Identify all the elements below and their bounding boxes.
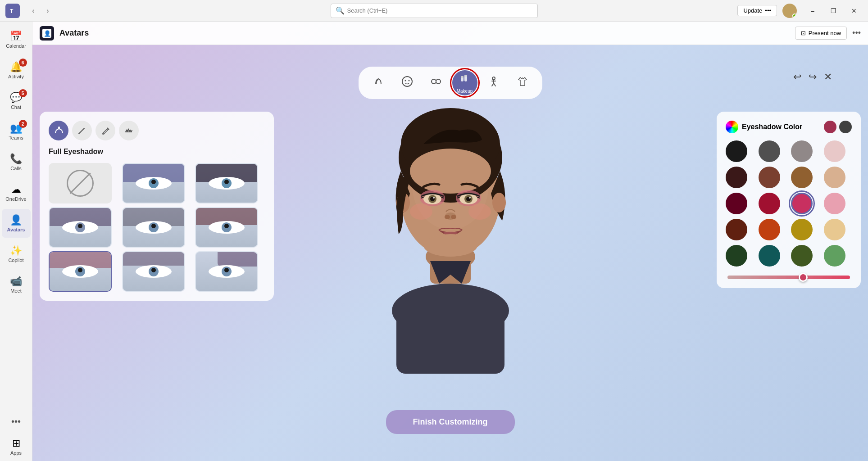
sidebar-item-apps[interactable]: ⊞ Apps	[2, 432, 31, 461]
sidebar-item-teams[interactable]: 👥 2 Teams	[2, 117, 31, 146]
minimize-button[interactable]: –	[802, 4, 823, 18]
color-swatch-dark-red[interactable]	[726, 193, 747, 214]
svg-point-29	[428, 195, 436, 203]
redo-button[interactable]: ↪	[809, 71, 817, 83]
toolbar-item-pose[interactable]	[481, 70, 506, 95]
color-swatch-medium-brown[interactable]	[791, 167, 813, 188]
color-swatch-teal[interactable]	[759, 245, 780, 267]
sidebar-item-meet[interactable]: 📹 Meet	[2, 270, 31, 299]
color-swatch-dark-gray[interactable]	[759, 140, 780, 162]
style-item-1[interactable]	[122, 163, 185, 203]
app-title: Avatars	[59, 28, 89, 38]
undo-button[interactable]: ↩	[793, 71, 801, 83]
color-swatch-light-rose[interactable]	[824, 193, 845, 214]
color-grid	[726, 140, 852, 267]
close-editor-button[interactable]: ✕	[824, 71, 832, 83]
color-swatch-olive[interactable]	[791, 245, 813, 267]
eye-thumb-6	[50, 252, 111, 291]
header-right: ⊡ Present now •••	[795, 27, 861, 40]
tab-liner[interactable]	[72, 121, 92, 140]
toolbar-item-hair[interactable]	[366, 70, 391, 95]
toolbar-item-accessories[interactable]	[423, 70, 449, 95]
search-input[interactable]	[347, 7, 533, 14]
finish-label: Finish Customizing	[413, 417, 488, 426]
toolbar-item-makeup[interactable]: Makeup	[452, 70, 477, 95]
sidebar-item-copilot[interactable]: ✨ Copilot	[2, 240, 31, 268]
style-item-7[interactable]	[122, 251, 185, 292]
color-swatch-green[interactable]	[824, 245, 845, 267]
update-button[interactable]: Update •••	[737, 5, 777, 16]
sidebar-label-chat: Chat	[11, 104, 21, 110]
style-item-4[interactable]	[122, 207, 185, 248]
maximize-button[interactable]: ❐	[823, 4, 844, 18]
slider-thumb[interactable]	[799, 273, 808, 282]
svg-point-34	[469, 197, 471, 199]
sidebar-item-chat[interactable]: 💬 5 Chat	[2, 86, 31, 115]
color-swatch-gray[interactable]	[791, 140, 813, 162]
sidebar-item-avatars[interactable]: 👤 Avatars	[2, 209, 31, 238]
sidebar-item-onedrive[interactable]: ☁ OneDrive	[2, 178, 31, 207]
sidebar-label-teams: Teams	[9, 135, 23, 140]
color-panel-header: Eyeshadow Color	[726, 121, 852, 133]
back-button[interactable]: ‹	[27, 5, 40, 17]
style-item-8[interactable]	[195, 251, 258, 292]
search-bar[interactable]: 🔍	[331, 4, 538, 18]
calls-icon: 📞	[10, 153, 22, 165]
svg-point-26	[456, 190, 481, 206]
sidebar-item-activity[interactable]: 🔔 6 Activity	[2, 56, 31, 85]
finish-customizing-button[interactable]: Finish Customizing	[386, 410, 515, 434]
header-more-button[interactable]: •••	[852, 28, 861, 38]
hair-icon	[372, 75, 385, 90]
style-item-none[interactable]	[49, 163, 112, 203]
sidebar-item-calendar[interactable]: 📅 Calendar	[2, 25, 31, 54]
face-icon	[401, 75, 414, 90]
color-swatch-dark-orange[interactable]	[726, 219, 747, 240]
avatars-icon: 👤	[10, 214, 22, 226]
user-avatar[interactable]	[782, 4, 797, 18]
eye-thumb-4	[123, 208, 184, 247]
svg-point-36	[445, 215, 450, 219]
toolbar-item-outfit[interactable]	[510, 70, 535, 95]
meet-icon: 📹	[10, 276, 22, 287]
color-swatch-tan[interactable]	[824, 167, 845, 188]
close-button[interactable]: ✕	[844, 4, 864, 18]
color-swatch-gold[interactable]	[791, 219, 813, 240]
app-icon: 👤	[40, 26, 54, 41]
style-item-5[interactable]	[195, 207, 258, 248]
color-wheel-icon	[726, 121, 738, 133]
style-item-3[interactable]	[49, 207, 112, 248]
color-swatch-rose-selected[interactable]	[791, 193, 813, 214]
tab-lash[interactable]	[119, 121, 139, 140]
svg-point-31	[430, 197, 435, 201]
forward-button[interactable]: ›	[41, 5, 54, 17]
color-swatch-light-gold[interactable]	[824, 219, 845, 240]
color-preview-2[interactable]	[839, 121, 852, 133]
tab-eyeshadow[interactable]	[49, 121, 68, 140]
svg-point-38	[410, 203, 432, 220]
update-dots: •••	[765, 7, 771, 14]
style-item-6[interactable]	[49, 251, 112, 292]
pose-icon	[487, 75, 500, 90]
color-swatch-brown[interactable]	[759, 167, 780, 188]
app-header: 👤 Avatars ⊡ Present now •••	[32, 22, 868, 45]
color-swatch-dark-brown[interactable]	[726, 167, 747, 188]
toolbar-item-face[interactable]	[395, 70, 420, 95]
present-label: Present now	[809, 30, 841, 36]
color-swatch-light-pink[interactable]	[824, 140, 845, 162]
makeup-label: Makeup	[457, 89, 473, 94]
svg-point-40	[444, 231, 457, 235]
sidebar-item-calls[interactable]: 📞 Calls	[2, 148, 31, 176]
style-grid	[49, 163, 265, 292]
color-swatch-red[interactable]	[759, 193, 780, 214]
svg-point-23	[401, 108, 500, 180]
color-swatch-dark-green[interactable]	[726, 245, 747, 267]
style-item-2[interactable]	[195, 163, 258, 203]
svg-rect-17	[430, 248, 471, 284]
color-preview-1[interactable]	[824, 121, 836, 133]
present-now-button[interactable]: ⊡ Present now	[795, 27, 847, 40]
more-options-icon[interactable]: •••	[8, 413, 24, 430]
color-swatch-orange[interactable]	[759, 219, 780, 240]
tab-brush[interactable]	[95, 121, 115, 140]
color-swatch-black[interactable]	[726, 140, 747, 162]
present-icon: ⊡	[801, 30, 806, 36]
